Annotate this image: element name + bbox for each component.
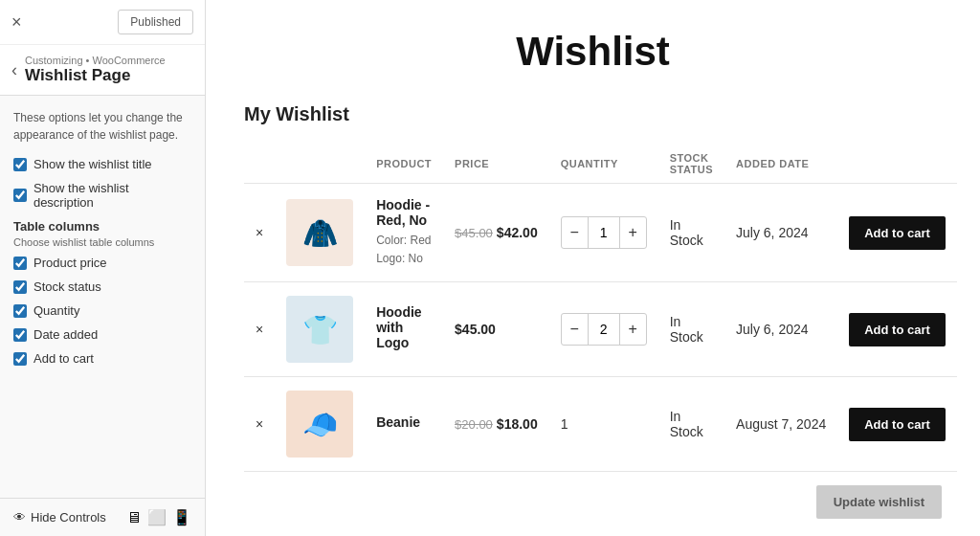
wishlist-title: My Wishlist: [244, 103, 942, 125]
product-name: Hoodie - Red, No: [376, 197, 432, 228]
column-checkbox-label-0: Product price: [33, 256, 107, 270]
product-img-cell: 🧢: [275, 377, 365, 472]
close-button[interactable]: ×: [11, 13, 22, 31]
column-checkbox-3[interactable]: Date added: [13, 327, 191, 342]
add-to-cart-button[interactable]: Add to cart: [849, 216, 946, 250]
column-checkbox-2[interactable]: Quantity: [13, 303, 191, 318]
table-row: × 🧥 Hoodie - Red, No Color: RedLogo: No …: [244, 184, 957, 282]
table-row: × 👕 Hoodie with Logo $45.00 − + In Stock…: [244, 282, 957, 377]
stock-status-cell: In Stock: [658, 377, 724, 472]
mobile-button[interactable]: 📱: [172, 508, 191, 526]
product-meta: Color: RedLogo: No: [376, 232, 432, 268]
product-image: 👕: [286, 296, 353, 363]
qty-plus-button[interactable]: +: [620, 314, 646, 345]
product-info-cell: Hoodie with Logo: [365, 282, 443, 377]
add-to-cart-button[interactable]: Add to cart: [849, 313, 946, 346]
stock-status-cell: In Stock: [658, 184, 724, 282]
column-checkboxes: Product priceStock statusQuantityDate ad…: [13, 256, 191, 366]
checkbox-show-title-input[interactable]: [13, 158, 27, 171]
stock-status-cell: In Stock: [658, 282, 724, 377]
action-cell: Add to cart: [837, 184, 957, 282]
remove-cell[interactable]: ×: [244, 377, 275, 472]
wishlist-table: PRODUCT PRICE QUANTITY STOCK STATUS ADDE…: [244, 145, 957, 472]
back-button[interactable]: ‹: [11, 60, 17, 80]
hide-controls-label: Hide Controls: [31, 510, 106, 525]
device-buttons: 🖥 ⬜ 📱: [126, 508, 191, 526]
update-wishlist-button[interactable]: Update wishlist: [816, 485, 942, 519]
sidebar-description: These options let you change the appeara…: [13, 109, 191, 144]
price-cell: $20.00$18.00: [443, 377, 549, 472]
action-cell: Add to cart: [837, 282, 957, 377]
column-checkbox-4[interactable]: Add to cart: [13, 351, 191, 366]
sidebar-footer: 👁 Hide Controls 🖥 ⬜ 📱: [0, 498, 205, 536]
main-content: Wishlist My Wishlist PRODUCT PRICE QUANT…: [206, 0, 980, 536]
column-checkbox-label-3: Date added: [33, 327, 98, 342]
table-columns-label: Table columns: [13, 219, 191, 234]
quantity-cell: 1: [549, 377, 658, 472]
column-checkbox-0[interactable]: Product price: [13, 256, 191, 270]
price-cell: $45.00: [443, 282, 549, 377]
remove-cell[interactable]: ×: [244, 184, 275, 282]
quantity-control: − +: [561, 313, 647, 346]
th-quantity: QUANTITY: [549, 145, 658, 184]
hide-controls-button[interactable]: 👁 Hide Controls: [13, 510, 106, 525]
table-row: × 🧢 Beanie $20.00$18.00 1 In Stock Augus…: [244, 377, 957, 472]
column-checkbox-input-2[interactable]: [13, 304, 27, 318]
checkbox-show-description[interactable]: Show the wishlist description: [13, 181, 191, 210]
date-cell: July 6, 2024: [724, 282, 837, 377]
tablet-button[interactable]: ⬜: [147, 508, 167, 526]
th-date: ADDED DATE: [724, 145, 837, 184]
column-checkbox-input-1[interactable]: [13, 280, 27, 294]
product-name: Hoodie with Logo: [376, 304, 432, 350]
date-cell: August 7, 2024: [724, 377, 837, 472]
product-info-cell: Beanie: [365, 377, 443, 472]
th-stock: STOCK STATUS: [658, 145, 724, 184]
checkbox-show-description-input[interactable]: [13, 189, 27, 202]
breadcrumb-block: Customizing • WooCommerce Wishlist Page: [25, 55, 166, 85]
product-info-cell: Hoodie - Red, No Color: RedLogo: No: [365, 184, 443, 282]
column-checkbox-input-3[interactable]: [13, 328, 27, 342]
qty-input[interactable]: [588, 314, 620, 345]
th-img: [275, 145, 365, 184]
remove-cell[interactable]: ×: [244, 282, 275, 377]
qty-minus-button[interactable]: −: [562, 314, 588, 345]
th-price: PRICE: [443, 145, 549, 184]
qty-minus-button[interactable]: −: [562, 217, 588, 248]
quantity-value: 1: [561, 416, 568, 432]
th-action: [837, 145, 957, 184]
quantity-cell: − +: [549, 184, 658, 282]
table-header-row: PRODUCT PRICE QUANTITY STOCK STATUS ADDE…: [244, 145, 957, 184]
table-columns-sublabel: Choose wishlist table columns: [13, 236, 191, 248]
th-product: PRODUCT: [365, 145, 443, 184]
quantity-control: − +: [561, 216, 647, 249]
breadcrumb: Customizing • WooCommerce: [25, 55, 166, 66]
sidebar-page-title: Wishlist Page: [25, 66, 166, 85]
sidebar-nav: ‹ Customizing • WooCommerce Wishlist Pag…: [0, 45, 205, 95]
column-checkbox-label-4: Add to cart: [33, 351, 94, 366]
checkbox-show-title-label: Show the wishlist title: [33, 157, 152, 171]
column-checkbox-label-1: Stock status: [33, 279, 101, 294]
add-to-cart-button[interactable]: Add to cart: [849, 408, 946, 441]
column-checkbox-1[interactable]: Stock status: [13, 279, 191, 294]
column-checkbox-input-0[interactable]: [13, 257, 27, 270]
qty-plus-button[interactable]: +: [620, 217, 646, 248]
price-cell: $45.00$42.00: [443, 184, 549, 282]
th-remove: [244, 145, 275, 184]
sidebar-header: × Published ‹ Customizing • WooCommerce …: [0, 0, 205, 96]
checkbox-show-title[interactable]: Show the wishlist title: [13, 157, 191, 171]
product-image: 🧥: [286, 199, 353, 266]
column-checkbox-label-2: Quantity: [33, 303, 79, 318]
quantity-cell: − +: [549, 282, 658, 377]
sidebar: × Published ‹ Customizing • WooCommerce …: [0, 0, 206, 536]
qty-input[interactable]: [588, 217, 620, 248]
page-heading: Wishlist: [244, 29, 942, 75]
date-cell: July 6, 2024: [724, 184, 837, 282]
checkbox-show-description-label: Show the wishlist description: [33, 181, 191, 210]
wishlist-tbody: × 🧥 Hoodie - Red, No Color: RedLogo: No …: [244, 184, 957, 472]
desktop-button[interactable]: 🖥: [126, 508, 142, 526]
action-cell: Add to cart: [837, 377, 957, 472]
sidebar-top-bar: × Published: [0, 0, 205, 45]
product-name: Beanie: [376, 414, 432, 430]
column-checkbox-input-4[interactable]: [13, 352, 27, 366]
published-button[interactable]: Published: [118, 10, 193, 34]
